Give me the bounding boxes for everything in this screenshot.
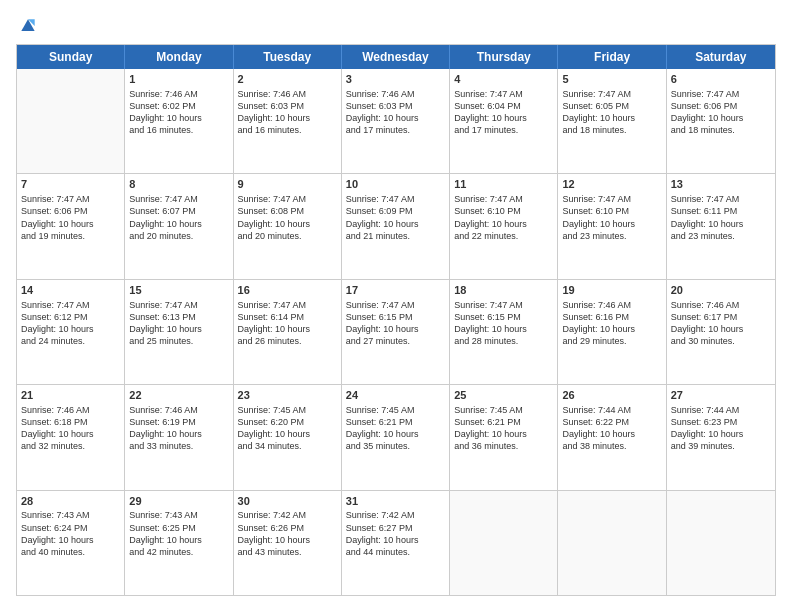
day-cell-18: 18Sunrise: 7:47 AMSunset: 6:15 PMDayligh…: [450, 280, 558, 384]
calendar-week-5: 28Sunrise: 7:43 AMSunset: 6:24 PMDayligh…: [17, 491, 775, 595]
day-cell-24: 24Sunrise: 7:45 AMSunset: 6:21 PMDayligh…: [342, 385, 450, 489]
header: [16, 16, 776, 36]
cell-info: Sunrise: 7:43 AMSunset: 6:24 PMDaylight:…: [21, 509, 120, 558]
cell-info: Sunrise: 7:47 AMSunset: 6:08 PMDaylight:…: [238, 193, 337, 242]
day-number: 26: [562, 388, 661, 403]
cell-info: Sunrise: 7:47 AMSunset: 6:14 PMDaylight:…: [238, 299, 337, 348]
day-number: 25: [454, 388, 553, 403]
header-day-monday: Monday: [125, 45, 233, 69]
cell-info: Sunrise: 7:47 AMSunset: 6:15 PMDaylight:…: [346, 299, 445, 348]
cell-info: Sunrise: 7:47 AMSunset: 6:10 PMDaylight:…: [454, 193, 553, 242]
header-day-sunday: Sunday: [17, 45, 125, 69]
day-cell-26: 26Sunrise: 7:44 AMSunset: 6:22 PMDayligh…: [558, 385, 666, 489]
cell-info: Sunrise: 7:43 AMSunset: 6:25 PMDaylight:…: [129, 509, 228, 558]
day-number: 10: [346, 177, 445, 192]
cell-info: Sunrise: 7:46 AMSunset: 6:03 PMDaylight:…: [346, 88, 445, 137]
day-number: 28: [21, 494, 120, 509]
cell-info: Sunrise: 7:47 AMSunset: 6:09 PMDaylight:…: [346, 193, 445, 242]
day-cell-21: 21Sunrise: 7:46 AMSunset: 6:18 PMDayligh…: [17, 385, 125, 489]
day-number: 12: [562, 177, 661, 192]
day-number: 3: [346, 72, 445, 87]
cell-info: Sunrise: 7:44 AMSunset: 6:22 PMDaylight:…: [562, 404, 661, 453]
day-number: 13: [671, 177, 771, 192]
day-cell-13: 13Sunrise: 7:47 AMSunset: 6:11 PMDayligh…: [667, 174, 775, 278]
day-cell-28: 28Sunrise: 7:43 AMSunset: 6:24 PMDayligh…: [17, 491, 125, 595]
day-cell-27: 27Sunrise: 7:44 AMSunset: 6:23 PMDayligh…: [667, 385, 775, 489]
cell-info: Sunrise: 7:45 AMSunset: 6:20 PMDaylight:…: [238, 404, 337, 453]
cell-info: Sunrise: 7:47 AMSunset: 6:07 PMDaylight:…: [129, 193, 228, 242]
empty-cell: [667, 491, 775, 595]
calendar: SundayMondayTuesdayWednesdayThursdayFrid…: [16, 44, 776, 596]
day-cell-1: 1Sunrise: 7:46 AMSunset: 6:02 PMDaylight…: [125, 69, 233, 173]
cell-info: Sunrise: 7:46 AMSunset: 6:02 PMDaylight:…: [129, 88, 228, 137]
day-cell-17: 17Sunrise: 7:47 AMSunset: 6:15 PMDayligh…: [342, 280, 450, 384]
calendar-week-1: 1Sunrise: 7:46 AMSunset: 6:02 PMDaylight…: [17, 69, 775, 174]
day-cell-6: 6Sunrise: 7:47 AMSunset: 6:06 PMDaylight…: [667, 69, 775, 173]
header-day-friday: Friday: [558, 45, 666, 69]
day-number: 30: [238, 494, 337, 509]
cell-info: Sunrise: 7:42 AMSunset: 6:27 PMDaylight:…: [346, 509, 445, 558]
day-number: 8: [129, 177, 228, 192]
day-cell-22: 22Sunrise: 7:46 AMSunset: 6:19 PMDayligh…: [125, 385, 233, 489]
logo: [16, 16, 38, 36]
day-number: 18: [454, 283, 553, 298]
header-day-tuesday: Tuesday: [234, 45, 342, 69]
day-number: 21: [21, 388, 120, 403]
cell-info: Sunrise: 7:46 AMSunset: 6:18 PMDaylight:…: [21, 404, 120, 453]
calendar-week-3: 14Sunrise: 7:47 AMSunset: 6:12 PMDayligh…: [17, 280, 775, 385]
day-number: 2: [238, 72, 337, 87]
header-day-thursday: Thursday: [450, 45, 558, 69]
calendar-header: SundayMondayTuesdayWednesdayThursdayFrid…: [17, 45, 775, 69]
day-cell-12: 12Sunrise: 7:47 AMSunset: 6:10 PMDayligh…: [558, 174, 666, 278]
header-day-wednesday: Wednesday: [342, 45, 450, 69]
day-cell-3: 3Sunrise: 7:46 AMSunset: 6:03 PMDaylight…: [342, 69, 450, 173]
day-number: 16: [238, 283, 337, 298]
calendar-body: 1Sunrise: 7:46 AMSunset: 6:02 PMDaylight…: [17, 69, 775, 595]
day-number: 1: [129, 72, 228, 87]
page: SundayMondayTuesdayWednesdayThursdayFrid…: [0, 0, 792, 612]
cell-info: Sunrise: 7:45 AMSunset: 6:21 PMDaylight:…: [454, 404, 553, 453]
cell-info: Sunrise: 7:46 AMSunset: 6:17 PMDaylight:…: [671, 299, 771, 348]
day-cell-14: 14Sunrise: 7:47 AMSunset: 6:12 PMDayligh…: [17, 280, 125, 384]
day-number: 9: [238, 177, 337, 192]
day-number: 17: [346, 283, 445, 298]
day-number: 11: [454, 177, 553, 192]
header-day-saturday: Saturday: [667, 45, 775, 69]
cell-info: Sunrise: 7:47 AMSunset: 6:12 PMDaylight:…: [21, 299, 120, 348]
cell-info: Sunrise: 7:47 AMSunset: 6:04 PMDaylight:…: [454, 88, 553, 137]
day-cell-8: 8Sunrise: 7:47 AMSunset: 6:07 PMDaylight…: [125, 174, 233, 278]
cell-info: Sunrise: 7:47 AMSunset: 6:11 PMDaylight:…: [671, 193, 771, 242]
day-cell-29: 29Sunrise: 7:43 AMSunset: 6:25 PMDayligh…: [125, 491, 233, 595]
day-cell-19: 19Sunrise: 7:46 AMSunset: 6:16 PMDayligh…: [558, 280, 666, 384]
day-cell-2: 2Sunrise: 7:46 AMSunset: 6:03 PMDaylight…: [234, 69, 342, 173]
cell-info: Sunrise: 7:47 AMSunset: 6:06 PMDaylight:…: [671, 88, 771, 137]
cell-info: Sunrise: 7:44 AMSunset: 6:23 PMDaylight:…: [671, 404, 771, 453]
day-number: 23: [238, 388, 337, 403]
day-number: 19: [562, 283, 661, 298]
day-cell-25: 25Sunrise: 7:45 AMSunset: 6:21 PMDayligh…: [450, 385, 558, 489]
cell-info: Sunrise: 7:47 AMSunset: 6:13 PMDaylight:…: [129, 299, 228, 348]
cell-info: Sunrise: 7:45 AMSunset: 6:21 PMDaylight:…: [346, 404, 445, 453]
day-cell-11: 11Sunrise: 7:47 AMSunset: 6:10 PMDayligh…: [450, 174, 558, 278]
day-cell-23: 23Sunrise: 7:45 AMSunset: 6:20 PMDayligh…: [234, 385, 342, 489]
day-number: 31: [346, 494, 445, 509]
day-cell-4: 4Sunrise: 7:47 AMSunset: 6:04 PMDaylight…: [450, 69, 558, 173]
day-number: 15: [129, 283, 228, 298]
cell-info: Sunrise: 7:46 AMSunset: 6:19 PMDaylight:…: [129, 404, 228, 453]
cell-info: Sunrise: 7:42 AMSunset: 6:26 PMDaylight:…: [238, 509, 337, 558]
day-number: 5: [562, 72, 661, 87]
empty-cell: [17, 69, 125, 173]
day-number: 4: [454, 72, 553, 87]
day-number: 6: [671, 72, 771, 87]
cell-info: Sunrise: 7:47 AMSunset: 6:10 PMDaylight:…: [562, 193, 661, 242]
calendar-week-2: 7Sunrise: 7:47 AMSunset: 6:06 PMDaylight…: [17, 174, 775, 279]
day-number: 27: [671, 388, 771, 403]
cell-info: Sunrise: 7:47 AMSunset: 6:06 PMDaylight:…: [21, 193, 120, 242]
day-cell-10: 10Sunrise: 7:47 AMSunset: 6:09 PMDayligh…: [342, 174, 450, 278]
day-cell-16: 16Sunrise: 7:47 AMSunset: 6:14 PMDayligh…: [234, 280, 342, 384]
day-cell-7: 7Sunrise: 7:47 AMSunset: 6:06 PMDaylight…: [17, 174, 125, 278]
day-cell-31: 31Sunrise: 7:42 AMSunset: 6:27 PMDayligh…: [342, 491, 450, 595]
cell-info: Sunrise: 7:47 AMSunset: 6:15 PMDaylight:…: [454, 299, 553, 348]
logo-icon: [18, 16, 38, 36]
cell-info: Sunrise: 7:47 AMSunset: 6:05 PMDaylight:…: [562, 88, 661, 137]
